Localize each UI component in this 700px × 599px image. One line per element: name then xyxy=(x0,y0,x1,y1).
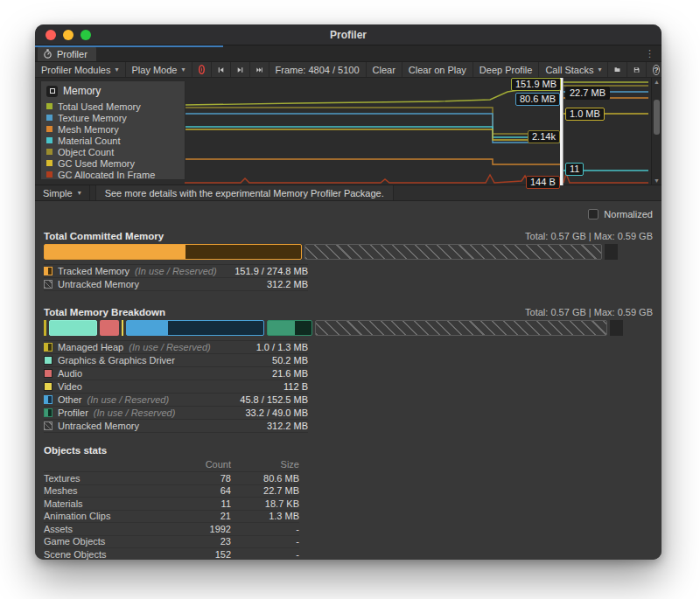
series-color-swatch xyxy=(46,171,52,178)
clear-button[interactable]: Clear xyxy=(367,62,402,77)
size-column-header: Size xyxy=(231,459,299,471)
record-button[interactable] xyxy=(192,62,212,77)
memory-legend-item[interactable]: GC Allocated In Frame xyxy=(46,169,179,180)
record-icon xyxy=(201,67,202,72)
next-frame-button[interactable] xyxy=(231,62,250,77)
bar-segment-audio xyxy=(100,320,119,336)
legend-value: 312.2 MB xyxy=(267,279,308,289)
chevron-down-icon: ▾ xyxy=(181,66,185,73)
legend-value: 50.2 MB xyxy=(272,355,308,366)
scroll-down-icon[interactable]: ▼ xyxy=(654,178,660,184)
table-row: Materials 11 18.7 KB xyxy=(44,498,299,511)
legend-value: 151.9 / 274.8 MB xyxy=(234,266,308,276)
memory-legend-item[interactable]: Total Used Memory xyxy=(46,101,179,112)
memory-module-title: Memory xyxy=(63,85,101,97)
help-icon: ? xyxy=(653,65,660,75)
bar-segment-free xyxy=(610,320,623,336)
folder-open-icon xyxy=(614,65,620,74)
memory-profiler-hint: See more details with the experimental M… xyxy=(95,185,394,200)
save-icon xyxy=(634,65,640,75)
scrollbar-thumb[interactable] xyxy=(654,100,660,135)
memory-legend-item[interactable]: Object Count xyxy=(46,146,179,157)
committed-section-header: Total Committed Memory Total: 0.57 GB | … xyxy=(44,227,653,241)
untracked-memory-swatch xyxy=(44,280,52,289)
hint-text: See more details with the experimental M… xyxy=(105,188,384,199)
memory-legend-item[interactable]: GC Used Memory xyxy=(46,157,179,169)
committed-memory-bar xyxy=(44,244,623,260)
graphics-swatch xyxy=(44,356,52,365)
series-label: Texture Memory xyxy=(58,113,127,123)
table-row: Game Objects 23 - xyxy=(44,536,299,549)
chart-scrollbar[interactable]: ▲ ▼ xyxy=(651,78,662,185)
clear-on-play-button[interactable]: Clear on Play xyxy=(402,62,473,77)
minimize-button[interactable] xyxy=(63,30,74,40)
tab-profiler[interactable]: Profiler xyxy=(38,46,96,61)
tab-menu-icon[interactable]: ⋮ xyxy=(638,48,662,59)
previous-frame-button[interactable] xyxy=(212,62,231,77)
skip-back-icon xyxy=(218,66,224,74)
committed-legend: Tracked Memory (In use / Reserved) 151.9… xyxy=(44,264,308,291)
bar-segment-video xyxy=(122,320,123,336)
deep-profile-button[interactable]: Deep Profile xyxy=(473,62,540,77)
window-controls xyxy=(46,30,91,40)
window-title: Profiler xyxy=(330,29,367,41)
save-profile-button[interactable] xyxy=(627,62,647,77)
audio-swatch xyxy=(44,369,52,378)
profiler-modules-label: Profiler Modules xyxy=(41,65,110,75)
chevron-down-icon: ▾ xyxy=(598,66,601,73)
bar-segment-tracked xyxy=(44,244,302,260)
legend-value: 312.2 MB xyxy=(267,421,308,431)
legend-sub: (In use / Reserved) xyxy=(94,407,176,418)
series-label: Object Count xyxy=(58,147,114,157)
skip-to-last-icon xyxy=(256,66,262,74)
series-color-swatch xyxy=(46,137,52,143)
memory-module-panel[interactable]: Memory Total Used MemoryTexture MemoryMe… xyxy=(40,80,186,180)
objects-stats-title: Objects stats xyxy=(44,445,653,456)
legend-row: Video 112 B xyxy=(44,380,308,394)
bar-segment-managed-heap xyxy=(44,320,46,336)
legend-row: Untracked Memory 312.2 MB xyxy=(44,278,308,291)
legend-row: Managed Heap (In use / Reserved) 1.0 / 1… xyxy=(44,341,308,354)
chart-value-label: 22.7 MB xyxy=(565,87,610,100)
current-frame-button[interactable] xyxy=(250,62,270,77)
legend-value: 33.2 / 49.0 MB xyxy=(245,407,308,418)
profiler-window: Profiler Profiler ⋮ Profiler Modules ▾ P… xyxy=(35,24,662,560)
chart-value-label: 151.9 MB xyxy=(511,78,561,91)
legend-sub: (In use / Reserved) xyxy=(88,394,170,405)
view-mode-bar: Simple ▾ See more details with the exper… xyxy=(35,185,662,201)
close-button[interactable] xyxy=(46,30,56,40)
chart-value-label: 1.0 MB xyxy=(565,108,605,121)
series-label: GC Allocated In Frame xyxy=(58,170,155,180)
video-swatch xyxy=(44,382,52,391)
legend-row: Audio 21.6 MB xyxy=(44,367,308,380)
legend-label: Video xyxy=(58,381,82,392)
legend-value: 21.6 MB xyxy=(272,368,308,379)
normalized-checkbox[interactable] xyxy=(588,209,598,219)
table-row: Scene Objects 152 - xyxy=(44,548,299,560)
memory-legend-item[interactable]: Mesh Memory xyxy=(46,123,179,135)
legend-value: 45.8 / 152.5 MB xyxy=(240,394,308,405)
call-stacks-dropdown[interactable]: Call Stacks ▾ xyxy=(539,62,608,77)
tab-label: Profiler xyxy=(57,49,88,59)
legend-label: Untracked Memory xyxy=(58,421,139,431)
zoom-button[interactable] xyxy=(80,30,91,40)
memory-legend-item[interactable]: Material Count xyxy=(46,135,179,146)
load-profile-button[interactable] xyxy=(608,62,627,77)
profiler-modules-dropdown[interactable]: Profiler Modules ▾ xyxy=(35,62,126,77)
legend-value: 1.0 / 1.3 MB xyxy=(256,342,308,352)
help-button[interactable]: ? xyxy=(647,62,662,77)
frame-counter-label: Frame: 4804 / 5100 xyxy=(276,65,360,75)
memory-chart[interactable]: 151.9 MB22.7 MB80.6 MB1.0 MB2.14k11144 B… xyxy=(35,78,662,185)
normalized-row: Normalized xyxy=(44,206,653,222)
table-row: Assets 1992 - xyxy=(44,523,299,536)
chart-value-label: 11 xyxy=(565,163,584,176)
breakdown-section-header: Total Memory Breakdown Total: 0.57 GB | … xyxy=(44,303,653,317)
series-color-swatch xyxy=(46,115,52,121)
legend-sub: (In use / Reserved) xyxy=(129,342,211,352)
scroll-up-icon[interactable]: ▲ xyxy=(654,79,660,85)
play-mode-dropdown[interactable]: Play Mode ▾ xyxy=(126,62,192,77)
memory-module-icon xyxy=(46,86,58,97)
memory-legend-item[interactable]: Texture Memory xyxy=(46,112,179,123)
simple-view-dropdown[interactable]: Simple ▾ xyxy=(35,185,90,200)
title-bar[interactable]: Profiler xyxy=(35,24,662,45)
